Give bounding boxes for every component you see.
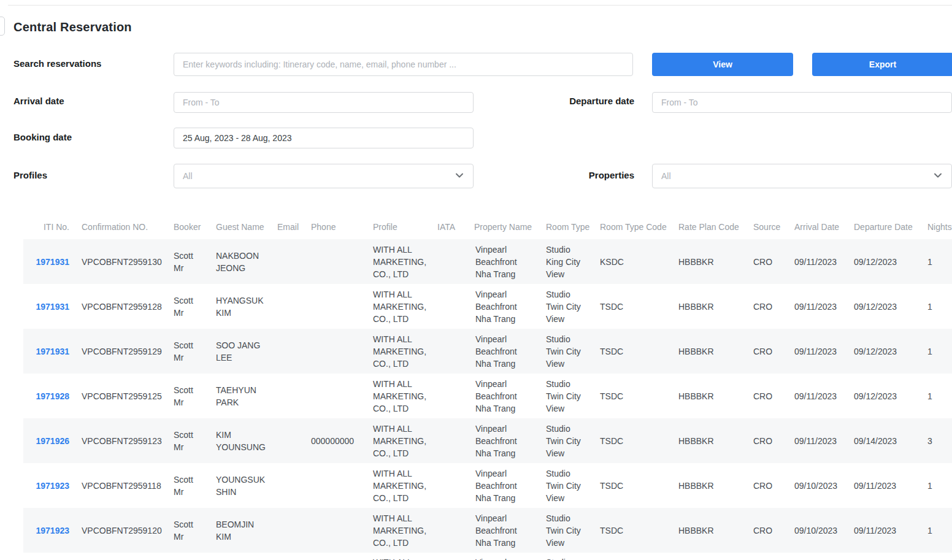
column-header-departure: Departure Date	[848, 215, 918, 239]
cell-source: CRO	[747, 463, 788, 508]
search-reservations-label: Search reservations	[13, 58, 101, 69]
cell-prop: Vinpearl Beachfront Nha Trang	[468, 508, 540, 553]
cell-email	[271, 553, 305, 560]
cell-rtcode: TSDC	[594, 329, 672, 374]
cell-conf: VPCOBFNT2959128	[75, 284, 167, 329]
iti-number-link[interactable]: 1971923	[36, 526, 69, 535]
cell-guest: KIM YOUNSUNG	[210, 418, 271, 463]
cell-night: 1	[918, 284, 952, 329]
cell-conf: VPCOBFNT2959123	[75, 418, 167, 463]
cell-prop: Vinpearl	[468, 553, 540, 560]
column-header-roomtype: Room Type	[540, 215, 594, 239]
column-header-prop: Property Name	[468, 215, 540, 239]
properties-selected-value: All	[661, 171, 671, 181]
cell-rtcode: TSDC	[594, 374, 672, 418]
column-header-rtcode: Room Type Code	[594, 215, 672, 239]
iti-number-link[interactable]: 1971931	[36, 302, 69, 312]
cell-phone	[305, 329, 367, 374]
cell-arrival: 09/11/2023	[788, 239, 848, 284]
cell-prop: Vinpearl Beachfront Nha Trang	[468, 463, 540, 508]
cell-phone	[305, 508, 367, 553]
cell-arrival: 09/10/2023	[788, 508, 848, 553]
cell-booker: Scott Mr	[167, 463, 210, 508]
cell-source: CRO	[747, 239, 788, 284]
table-row: 1971923VPCOBFNT2959118Scott MrYOUNGSUK S…	[23, 463, 952, 508]
cell-guest: YOUNGSUK SHIN	[210, 463, 271, 508]
cell-arrival: 09/11/2023	[788, 374, 848, 418]
cell-booker: Scott Mr	[167, 418, 210, 463]
page-title: Central Reservation	[13, 20, 132, 34]
cell-phone: 000000000	[305, 418, 367, 463]
iti-number-link[interactable]: 1971928	[36, 391, 69, 401]
cell-profile: WITH ALL MARKETING, CO., LTD	[367, 284, 431, 329]
iti-number-link[interactable]: 1971931	[36, 347, 69, 356]
arrival-date-input[interactable]: From - To	[174, 92, 474, 113]
cell-iata	[431, 463, 468, 508]
cell-iata	[431, 508, 468, 553]
cell-booker: Scott Mr	[167, 239, 210, 284]
cell-email	[271, 508, 305, 553]
cell-booker: Scott Mr	[167, 284, 210, 329]
search-input[interactable]: Enter keywords including: Itinerary code…	[174, 53, 633, 76]
cell-rpcode: HBBBKR	[672, 463, 747, 508]
table-row: 1971931VPCOBFNT2959129Scott MrSOO JANG L…	[23, 329, 952, 374]
sidebar-toggle-button[interactable]	[0, 17, 5, 36]
iti-number-link[interactable]: 1971931	[36, 257, 69, 267]
cell-departure: 09/12/2023	[848, 239, 918, 284]
column-header-conf: Confirmation NO.	[75, 215, 167, 239]
table-row: 1971928VPCOBFNT2959125Scott MrTAEHYUN PA…	[23, 374, 952, 418]
table-row: 1971931VPCOBFNT2959128Scott MrHYANGSUK K…	[23, 284, 952, 329]
cell-guest: NAKBOON JEONG	[210, 239, 271, 284]
cell-iti: 1971931	[23, 284, 75, 329]
column-header-profile: Profile	[367, 215, 431, 239]
cell-conf: VPCOBFNT2959125	[75, 374, 167, 418]
arrival-date-placeholder: From - To	[183, 98, 220, 107]
cell-iata	[431, 239, 468, 284]
cell-rpcode: HBBBKR	[672, 329, 747, 374]
cell-profile: WITH ALL MARKETING, CO., LTD	[367, 418, 431, 463]
iti-number-link[interactable]: 1971926	[36, 436, 69, 446]
cell-iata	[431, 374, 468, 418]
export-button[interactable]: Export	[812, 53, 952, 76]
column-header-rpcode: Rate Plan Code	[672, 215, 747, 239]
cell-roomtype: Studio Twin City View	[540, 329, 594, 374]
cell-arrival: 09/11/2023	[788, 284, 848, 329]
table-row: 1971931VPCOBFNT2959130Scott MrNAKBOON JE…	[23, 239, 952, 284]
cell-email	[271, 329, 305, 374]
cell-iata	[431, 329, 468, 374]
profiles-select[interactable]: All	[174, 164, 474, 188]
cell-night	[918, 553, 952, 560]
cell-roomtype: Studio Twin City View	[540, 463, 594, 508]
column-header-iti: ITI No.	[23, 215, 75, 239]
cell-night: 1	[918, 508, 952, 553]
cell-conf	[75, 553, 167, 560]
chevron-down-icon	[455, 171, 464, 182]
cell-source	[747, 553, 788, 560]
cell-night: 1	[918, 463, 952, 508]
cell-prop: Vinpearl Beachfront Nha Trang	[468, 239, 540, 284]
booking-date-input[interactable]: 25 Aug, 2023 - 28 Aug, 2023	[174, 128, 474, 148]
iti-number-link[interactable]: 1971923	[36, 481, 69, 491]
cell-rtcode: TSDC	[594, 284, 672, 329]
cell-email	[271, 418, 305, 463]
column-header-night: Nights	[918, 215, 952, 239]
cell-rpcode: HBBBKR	[672, 508, 747, 553]
cell-departure: 09/11/2023	[848, 508, 918, 553]
cell-profile: WITH ALL MARKETING, CO., LTD	[367, 508, 431, 553]
cell-rpcode: HBBBKR	[672, 284, 747, 329]
cell-departure: 09/12/2023	[848, 329, 918, 374]
cell-night: 1	[918, 374, 952, 418]
column-header-booker: Booker	[167, 215, 210, 239]
cell-email	[271, 239, 305, 284]
properties-select[interactable]: All	[652, 164, 952, 188]
cell-booker: Scott Mr	[167, 374, 210, 418]
cell-rpcode: HBBBKR	[672, 374, 747, 418]
cell-rtcode: TSDC	[594, 463, 672, 508]
table-row: 1971926VPCOBFNT2959123Scott MrKIM YOUNSU…	[23, 418, 952, 463]
departure-date-input[interactable]: From - To	[652, 92, 952, 113]
cell-prop: Vinpearl Beachfront Nha Trang	[468, 284, 540, 329]
view-button[interactable]: View	[652, 53, 793, 76]
column-header-email: Email	[271, 215, 305, 239]
cell-night: 1	[918, 239, 952, 284]
cell-roomtype: Studio Twin City View	[540, 418, 594, 463]
